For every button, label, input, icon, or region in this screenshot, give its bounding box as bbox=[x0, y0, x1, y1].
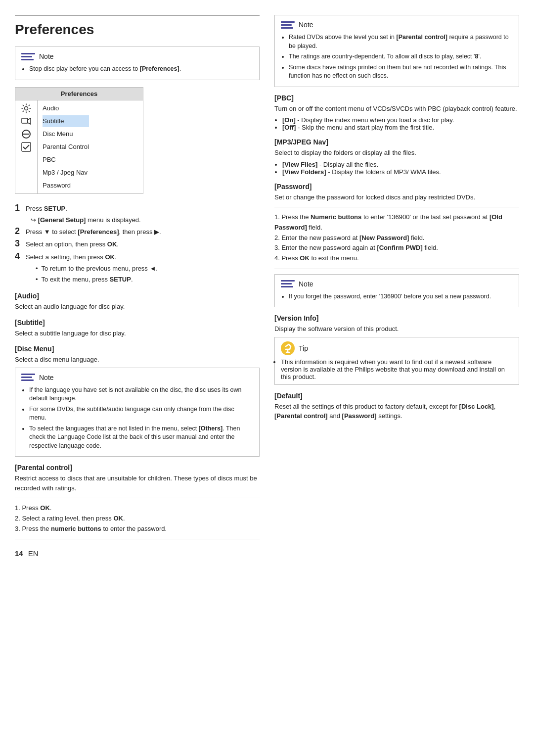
right-note-item-1c: Some discs have ratings printed on them … bbox=[289, 63, 513, 81]
step-text-1: Press SETUP. bbox=[26, 204, 67, 214]
note-label-2: Note bbox=[39, 374, 54, 381]
note-icon-1 bbox=[21, 51, 35, 62]
note-icon-2 bbox=[21, 372, 35, 383]
pwd-step-2: 2. Enter the new password at [New Passwo… bbox=[274, 233, 519, 243]
step-1: 1 Press SETUP. bbox=[15, 203, 260, 214]
default-title: [Default] bbox=[274, 392, 519, 400]
disc-menu-body: Select a disc menu language. bbox=[15, 355, 260, 365]
pref-item-parental: Parental Control bbox=[43, 141, 89, 153]
version-body: Display the software version of this pro… bbox=[274, 324, 519, 334]
pref-item-password: Password bbox=[43, 180, 89, 191]
step-num-4: 4 bbox=[15, 251, 26, 262]
right-note-item-2a: If you forget the password, enter '13690… bbox=[289, 292, 513, 301]
right-note-header-2: Note bbox=[281, 279, 513, 289]
page-language: EN bbox=[28, 549, 39, 558]
right-column: Note Rated DVDs above the level you set … bbox=[274, 15, 519, 558]
preferences-table: Preferences bbox=[15, 87, 143, 194]
note-list-1: Stop disc play before you can access to … bbox=[21, 65, 253, 74]
note-box-2: Note If the language you have set is not… bbox=[15, 368, 260, 457]
parental-step-3: 3. Press the numeric buttons to enter th… bbox=[15, 524, 260, 534]
pref-icons-col bbox=[15, 100, 38, 193]
right-note-item-1b: The ratings are country-dependent. To al… bbox=[289, 52, 513, 61]
tip-icon bbox=[281, 341, 295, 355]
mp3-title: [MP3/JPEG Nav] bbox=[274, 138, 519, 146]
right-note-icon-2 bbox=[281, 279, 295, 289]
right-note-list-1: Rated DVDs above the level you set in [P… bbox=[281, 33, 513, 81]
step-3: 3 Select an option, then press OK. bbox=[15, 238, 260, 249]
steps-section: 1 Press SETUP. [General Setup] menu is d… bbox=[15, 203, 260, 284]
pref-items-col: Audio Subtitle Disc Menu Parental Contro… bbox=[38, 100, 94, 193]
svg-rect-5 bbox=[22, 142, 31, 151]
mp3-item-folders: [View Folders] - Display the folders of … bbox=[282, 168, 519, 176]
step-2: 2 Press ▼ to select [Preferences], then … bbox=[15, 226, 260, 237]
left-column: Preferences Note Stop disc play before y… bbox=[15, 15, 260, 558]
parental-title: [Parental control] bbox=[15, 464, 260, 472]
right-note-box-1: Note Rated DVDs above the level you set … bbox=[274, 15, 519, 87]
svg-marker-2 bbox=[28, 118, 31, 124]
tip-label: Tip bbox=[299, 344, 308, 352]
right-note-header-1: Note bbox=[281, 19, 513, 30]
pbc-title: [PBC] bbox=[274, 94, 519, 102]
right-note-list-2: If you forget the password, enter '13690… bbox=[281, 292, 513, 301]
tip-box: Tip This information is required when yo… bbox=[274, 337, 519, 385]
mp3-body: Select to display the folders or display… bbox=[274, 148, 519, 158]
step-4: 4 Select a setting, then press OK. bbox=[15, 251, 260, 262]
step-text-3: Select an option, then press OK. bbox=[26, 239, 119, 249]
password-title: [Password] bbox=[274, 183, 519, 190]
step-num-2: 2 bbox=[15, 226, 26, 236]
audio-title: [Audio] bbox=[15, 292, 260, 300]
right-note-item-1a: Rated DVDs above the level you set in [P… bbox=[289, 33, 513, 50]
page-title: Preferences bbox=[15, 15, 260, 38]
pref-item-pbc: PBC bbox=[43, 154, 89, 166]
right-note-icon-1 bbox=[281, 19, 295, 30]
circle-icon bbox=[18, 128, 34, 140]
note-label-1: Note bbox=[39, 52, 54, 60]
page-footer: 14 EN bbox=[15, 549, 260, 558]
tip-list: This information is required when you wa… bbox=[281, 358, 513, 380]
pbc-list: [On] - Display the index menu when you l… bbox=[274, 116, 519, 131]
step-1-sub: [General Setup] menu is displayed. bbox=[15, 215, 260, 225]
pbc-body: Turn on or off the content menu of VCDs/… bbox=[274, 104, 519, 114]
step-num-3: 3 bbox=[15, 238, 26, 249]
step-4-bullet-1: • To return to the previous menu, press … bbox=[15, 264, 260, 274]
note-header-2: Note bbox=[21, 372, 253, 383]
note-box-1: Note Stop disc play before you can acces… bbox=[15, 47, 260, 80]
pwd-step-3: 3. Enter the new password again at [Conf… bbox=[274, 243, 519, 253]
subtitle-body: Select a subtitle language for disc play… bbox=[15, 329, 260, 338]
tip-item: This information is required when you wa… bbox=[281, 358, 513, 380]
pwd-step-4: 4. Press OK to exit the menu. bbox=[274, 253, 519, 264]
version-title: [Version Info] bbox=[274, 314, 519, 322]
arrow-icon bbox=[31, 216, 38, 224]
check-icon bbox=[18, 141, 34, 153]
note-item-2b: For some DVDs, the subtitle/audio langua… bbox=[29, 405, 253, 423]
right-note-label-1: Note bbox=[299, 21, 313, 29]
password-body: Set or change the password for locked di… bbox=[274, 192, 519, 202]
note-item: Stop disc play before you can access to … bbox=[29, 65, 253, 74]
parental-step-1: 1. Press OK. bbox=[15, 503, 260, 514]
step-4-bullet-2: • To exit the menu, press SETUP. bbox=[15, 275, 260, 284]
subtitle-title: [Subtitle] bbox=[15, 319, 260, 327]
mp3-list: [View Files] - Display all the files. [V… bbox=[274, 161, 519, 176]
pref-item-mp3: Mp3 / Jpeg Nav bbox=[43, 167, 89, 179]
pref-item-audio: Audio bbox=[43, 102, 89, 114]
right-note-label-2: Note bbox=[299, 280, 313, 288]
step-text-2: Press ▼ to select [Preferences], then pr… bbox=[26, 227, 161, 237]
password-steps-box: 1. Press the Numeric buttons to enter '1… bbox=[274, 207, 519, 269]
parental-step-2: 2. Select a rating level, then press OK. bbox=[15, 514, 260, 524]
note-item-2a: If the language you have set is not avai… bbox=[29, 386, 253, 403]
pref-item-disc-menu: Disc Menu bbox=[43, 128, 89, 140]
pbc-item-off: [Off] - Skip the menu and start play fro… bbox=[282, 124, 519, 131]
default-body: Reset all the settings of this product t… bbox=[274, 402, 519, 421]
pref-table-body: Audio Subtitle Disc Menu Parental Contro… bbox=[15, 100, 143, 193]
audio-body: Select an audio language for disc play. bbox=[15, 302, 260, 312]
parental-steps-box: 1. Press OK. 2. Select a rating level, t… bbox=[15, 498, 260, 539]
disc-menu-title: [Disc Menu] bbox=[15, 345, 260, 353]
note-list-2: If the language you have set is not avai… bbox=[21, 386, 253, 451]
tip-header: Tip bbox=[281, 341, 513, 355]
disc-icon bbox=[18, 115, 34, 127]
pbc-item-on: [On] - Display the index menu when you l… bbox=[282, 116, 519, 124]
right-note-box-2: Note If you forget the password, enter '… bbox=[274, 274, 519, 308]
parental-body: Restrict access to discs that are unsuit… bbox=[15, 473, 260, 493]
mp3-item-files: [View Files] - Display all the files. bbox=[282, 161, 519, 168]
note-item-2c: To select the languages that are not lis… bbox=[29, 425, 253, 451]
